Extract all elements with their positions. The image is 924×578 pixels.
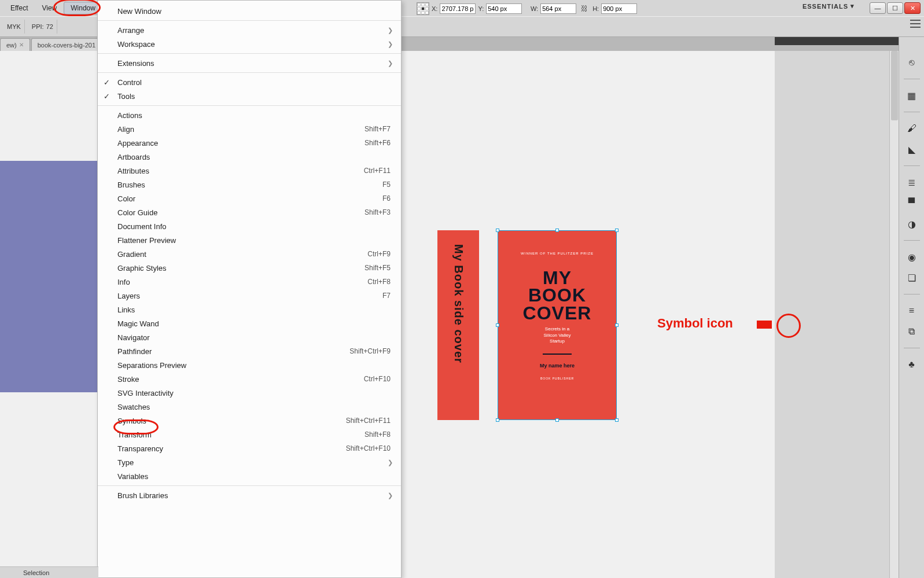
menu-effect[interactable]: Effect xyxy=(3,2,35,14)
artboard-partial xyxy=(0,161,97,392)
handle-icon[interactable] xyxy=(555,418,559,422)
menu-item-info[interactable]: InfoCtrl+F8 xyxy=(98,275,401,289)
menu-item-svg-interactivity[interactable]: SVG Interactivity xyxy=(98,386,401,400)
layers-icon[interactable]: ≡ xyxy=(904,303,920,319)
x-input[interactable] xyxy=(440,3,476,14)
menu-item-document-info[interactable]: Document Info xyxy=(98,219,401,233)
menu-item-actions[interactable]: Actions xyxy=(98,108,401,122)
menu-item-type[interactable]: Type❯ xyxy=(98,455,401,469)
handle-icon[interactable] xyxy=(555,229,559,232)
menu-item-label: Appearance xyxy=(117,139,158,148)
close-tab-icon[interactable]: ✕ xyxy=(19,42,24,48)
maximize-button[interactable]: ☐ xyxy=(887,2,903,14)
menu-item-stroke[interactable]: StrokeCtrl+F10 xyxy=(98,372,401,386)
book-cover-selection[interactable]: WINNER OF THE PULITZER PRIZE MY BOOK COV… xyxy=(498,230,617,420)
menu-item-magic-wand[interactable]: Magic Wand xyxy=(98,316,401,330)
workspace-switcher[interactable]: ESSENTIALS ▾ xyxy=(802,2,855,10)
scrollbar-thumb[interactable] xyxy=(891,51,898,120)
h-input[interactable] xyxy=(601,3,637,14)
brushes-icon[interactable]: 🖌 xyxy=(904,120,920,137)
document-tab-label: ew) xyxy=(6,42,17,49)
menu-item-label: New Window xyxy=(117,7,161,16)
divider-line xyxy=(543,354,572,355)
libraries-icon[interactable]: ⎋ xyxy=(904,54,920,71)
book-spine[interactable]: My Book side cover xyxy=(437,230,479,420)
menu-item-brush-libraries[interactable]: Brush Libraries❯ xyxy=(98,488,401,502)
reference-point-icon[interactable] xyxy=(417,2,429,15)
w-input[interactable] xyxy=(540,3,576,14)
menu-item-shortcut: F6 xyxy=(382,194,391,203)
menu-item-color-guide[interactable]: Color GuideShift+F3 xyxy=(98,205,401,219)
menu-view[interactable]: View xyxy=(35,2,64,14)
menu-item-artboards[interactable]: Artboards xyxy=(98,150,401,164)
handle-icon[interactable] xyxy=(496,323,499,327)
appearance-icon[interactable]: ◉ xyxy=(904,249,920,265)
menu-item-graphic-styles[interactable]: Graphic StylesShift+F5 xyxy=(98,261,401,275)
menu-item-appearance[interactable]: AppearanceShift+F6 xyxy=(98,136,401,150)
symbols-panel-icon[interactable]: ♣ xyxy=(904,356,920,373)
stroke-icon[interactable]: ≣ xyxy=(904,174,920,190)
menu-item-align[interactable]: AlignShift+F7 xyxy=(98,122,401,136)
menu-item-label: Brush Libraries xyxy=(117,491,168,500)
status-bar: Selection xyxy=(0,566,98,578)
menu-item-color[interactable]: ColorF6 xyxy=(98,192,401,205)
handle-icon[interactable] xyxy=(615,229,619,232)
menu-item-attributes[interactable]: AttributesCtrl+F11 xyxy=(98,164,401,178)
cover-prize-text: WINNER OF THE PULITZER PRIZE xyxy=(521,252,594,255)
menu-item-separations-preview[interactable]: Separations Preview xyxy=(98,358,401,372)
document-tab[interactable]: ew) ✕ xyxy=(0,38,30,51)
menu-item-gradient[interactable]: GradientCtrl+F9 xyxy=(98,247,401,261)
menu-item-arrange[interactable]: Arrange❯ xyxy=(98,23,401,37)
menu-item-label: Symbols xyxy=(117,417,146,425)
menu-window[interactable]: Window xyxy=(64,2,102,14)
menu-item-navigator[interactable]: Navigator xyxy=(98,330,401,344)
handle-icon[interactable] xyxy=(615,418,619,422)
document-tab[interactable]: book-covers-big-201 xyxy=(31,38,102,51)
status-text: Selection xyxy=(23,569,49,576)
menu-item-transform[interactable]: TransformShift+F8 xyxy=(98,428,401,441)
link-wh-icon[interactable]: ⛓ xyxy=(579,5,590,13)
menu-item-workspace[interactable]: Workspace❯ xyxy=(98,37,401,51)
menu-item-label: Attributes xyxy=(117,167,149,175)
handle-icon[interactable] xyxy=(496,229,499,232)
menu-item-transparency[interactable]: TransparencyShift+Ctrl+F10 xyxy=(98,441,401,455)
minimize-button[interactable]: — xyxy=(870,2,886,14)
menu-item-label: Type xyxy=(117,458,134,467)
menu-item-shortcut: Shift+Ctrl+F9 xyxy=(349,347,391,355)
cover-subtitle-line: Secrets in a xyxy=(544,326,571,332)
menu-item-flattener-preview[interactable]: Flattener Preview xyxy=(98,233,401,247)
menu-item-links[interactable]: Links xyxy=(98,303,401,316)
menu-item-shortcut: F7 xyxy=(382,292,391,300)
cover-subtitle: Secrets in a Silicon Valley Startup xyxy=(544,326,571,344)
cover-title-line: MY xyxy=(523,269,592,286)
menu-item-label: Links xyxy=(117,305,135,314)
menu-item-new-window[interactable]: New Window xyxy=(98,4,401,18)
swatches-icon[interactable]: ▦ xyxy=(904,87,920,104)
vertical-scrollbar[interactable] xyxy=(889,51,899,578)
artboards-icon[interactable]: ⧉ xyxy=(904,323,920,340)
handle-icon[interactable] xyxy=(496,418,499,422)
menu-item-symbols[interactable]: SymbolsShift+Ctrl+F11 xyxy=(98,414,401,428)
menu-item-extensions[interactable]: Extensions❯ xyxy=(98,56,401,70)
handle-icon[interactable] xyxy=(615,323,619,327)
submenu-arrow-icon: ❯ xyxy=(388,492,393,499)
graphic-styles-icon[interactable]: ❏ xyxy=(904,270,920,286)
menu-item-layers[interactable]: LayersF7 xyxy=(98,289,401,303)
submenu-arrow-icon: ❯ xyxy=(388,41,393,48)
transparency-icon[interactable]: ◑ xyxy=(904,216,920,232)
close-button[interactable]: ✕ xyxy=(904,2,921,14)
menu-item-pathfinder[interactable]: PathfinderShift+Ctrl+F9 xyxy=(98,344,401,358)
menu-item-label: Document Info xyxy=(117,222,167,231)
menu-item-brushes[interactable]: BrushesF5 xyxy=(98,178,401,192)
menu-item-variables[interactable]: Variables xyxy=(98,469,401,483)
menu-item-label: Color Guide xyxy=(117,208,157,217)
menu-item-control[interactable]: ✓Control xyxy=(98,75,401,89)
gradient-icon[interactable]: ▀ xyxy=(904,195,920,211)
menu-item-shortcut: Ctrl+F9 xyxy=(367,250,391,258)
y-input[interactable] xyxy=(486,3,522,14)
color-guide-icon[interactable]: ◣ xyxy=(904,141,920,157)
control-bar-options-icon[interactable] xyxy=(910,20,921,28)
menu-item-swatches[interactable]: Swatches xyxy=(98,400,401,414)
menu-item-tools[interactable]: ✓Tools xyxy=(98,89,401,103)
cover-title-line: COVER xyxy=(523,304,592,322)
